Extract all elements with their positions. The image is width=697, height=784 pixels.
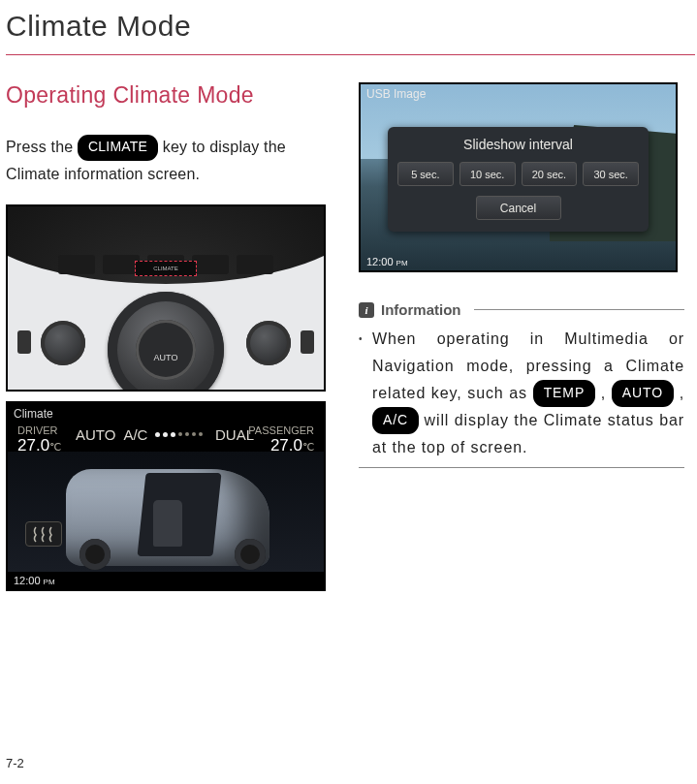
slideshow-option[interactable]: 5 sec. xyxy=(397,162,454,186)
slideshow-options: 5 sec. 10 sec. 20 sec. 30 sec. xyxy=(397,162,639,186)
climate-clock-time: 12:00 xyxy=(14,575,41,586)
information-text: When operating in Multimedia or Navigati… xyxy=(372,326,684,461)
information-label: Information xyxy=(381,301,461,318)
figure-dash-panel: CLIMATE AUTO xyxy=(6,204,326,392)
car-illustration xyxy=(8,452,324,572)
slideshow-popup: Slideshow interval 5 sec. 10 sec. 20 sec… xyxy=(388,127,649,232)
section-heading: Operating Climate Mode xyxy=(6,82,326,109)
bullet-icon: • xyxy=(359,326,372,461)
car-wheel-rear xyxy=(79,539,111,570)
fan-dots xyxy=(155,432,203,437)
page-number: 7-2 xyxy=(6,756,24,770)
dash-main-dial: AUTO xyxy=(108,292,224,392)
usb-clock-ampm: PM xyxy=(396,259,408,267)
usb-clock-time: 12:00 xyxy=(366,256,394,267)
dash-climate-highlight: CLIMATE xyxy=(135,261,197,276)
page-title: Climate Mode xyxy=(6,10,697,47)
dash-left-toggle xyxy=(17,330,31,354)
slideshow-popup-title: Slideshow interval xyxy=(397,137,639,152)
climate-clock: 12:00 PM xyxy=(14,575,55,586)
information-body: • When operating in Multimedia or Naviga… xyxy=(359,326,684,461)
climate-dual: DUAL xyxy=(215,426,254,443)
dash-right-toggle xyxy=(301,330,314,354)
title-rule xyxy=(6,54,695,55)
dash-btn xyxy=(58,255,95,274)
driver-label: DRIVER xyxy=(17,424,61,436)
temp-key-pill: TEMP xyxy=(533,380,596,407)
passenger-label: PASSENGER xyxy=(248,424,314,436)
climate-screen-title: Climate xyxy=(14,407,53,421)
information-bottom-rule xyxy=(359,467,684,468)
dash-btn xyxy=(192,255,229,274)
auto-key-pill: AUTO xyxy=(612,380,674,407)
slideshow-option[interactable]: 20 sec. xyxy=(522,162,578,186)
info-sep1: , xyxy=(595,385,612,401)
climate-auto: AUTO xyxy=(76,426,115,443)
left-column: Operating Climate Mode Press the CLIMATE… xyxy=(6,82,326,591)
figure-slideshow-popup: USB Image Slideshow interval 5 sec. 10 s… xyxy=(359,82,678,272)
info-icon: i xyxy=(359,302,374,318)
climate-clock-ampm: PM xyxy=(44,578,55,586)
ac-key-pill: A/C xyxy=(372,407,419,434)
right-column: USB Image Slideshow interval 5 sec. 10 s… xyxy=(359,82,684,591)
usb-image-title: USB Image xyxy=(366,87,426,101)
content-columns: Operating Climate Mode Press the CLIMATE… xyxy=(6,82,697,591)
defrost-icon xyxy=(25,521,62,547)
intro-paragraph: Press the CLIMATE key to display the Cli… xyxy=(6,134,326,187)
dash-main-dial-label: AUTO xyxy=(136,320,196,380)
slideshow-cancel-button[interactable]: Cancel xyxy=(476,196,561,220)
info-t2: will display the Climate status bar at t… xyxy=(372,412,684,455)
info-sep2: , xyxy=(674,385,684,401)
dash-right-dial xyxy=(246,321,291,365)
climate-key-pill: CLIMATE xyxy=(78,135,158,161)
dash-btn xyxy=(237,255,273,274)
dash-left-dial xyxy=(41,321,85,365)
car-wheel-front xyxy=(235,539,266,570)
slideshow-option[interactable]: 30 sec. xyxy=(583,162,639,186)
slideshow-option[interactable]: 10 sec. xyxy=(459,162,516,186)
car-seat xyxy=(153,500,182,547)
information-heading: i Information xyxy=(359,301,684,318)
intro-text-a: Press the xyxy=(6,139,78,155)
climate-ac: A/C xyxy=(123,426,147,443)
figure-climate-screen: Climate DRIVER 27.0℃ PASSENGER 27.0℃ AUT… xyxy=(6,401,326,591)
information-heading-rule xyxy=(474,309,685,310)
usb-clock: 12:00 PM xyxy=(366,256,408,267)
